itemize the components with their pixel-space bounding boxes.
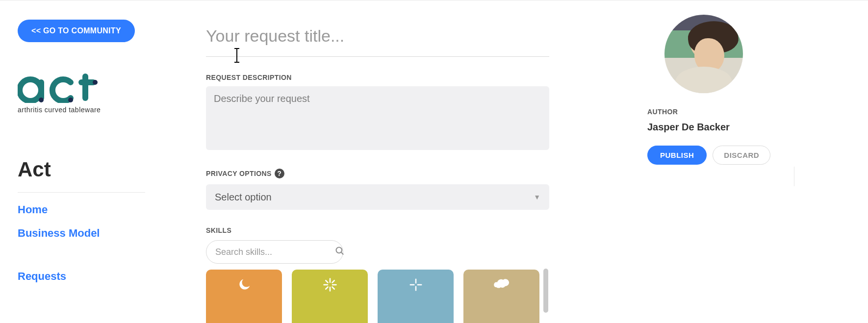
request-form: REQUEST DESCRIPTION PRIVACY OPTIONS ? Se… xyxy=(206,24,549,264)
sidebar: << GO TO COMMUNITY arthritis curved tabl… xyxy=(18,20,165,283)
svg-point-6 xyxy=(93,80,98,85)
privacy-label-row: PRIVACY OPTIONS ? xyxy=(206,169,549,178)
privacy-select[interactable]: Select option ▼ xyxy=(206,184,549,210)
author-avatar xyxy=(664,15,743,93)
sidebar-nav: Home Business Model Requests xyxy=(18,203,165,283)
request-description-input[interactable] xyxy=(206,86,549,150)
sparkle-icon xyxy=(323,277,337,296)
privacy-label: PRIVACY OPTIONS xyxy=(206,170,272,177)
act-logo-icon xyxy=(18,72,106,103)
svg-line-13 xyxy=(326,280,328,282)
skills-search[interactable] xyxy=(206,240,343,264)
tile-1[interactable] xyxy=(206,270,282,323)
burst-icon xyxy=(408,277,423,296)
nav-requests[interactable]: Requests xyxy=(18,270,165,283)
divider xyxy=(18,192,145,193)
svg-line-14 xyxy=(332,287,334,289)
privacy-select-placeholder: Select option xyxy=(215,192,272,203)
svg-point-0 xyxy=(20,79,41,101)
author-actions: PUBLISH DISCARD xyxy=(647,146,770,165)
description-label: REQUEST DESCRIPTION xyxy=(206,74,549,81)
blob-icon xyxy=(493,277,510,295)
author-name: Jasper De Backer xyxy=(647,122,730,133)
nav-business-model[interactable]: Business Model xyxy=(18,227,165,240)
chevron-down-icon: ▼ xyxy=(534,193,540,201)
page-title: Act xyxy=(18,158,165,181)
help-icon[interactable]: ? xyxy=(275,169,284,178)
author-panel: AUTHOR Jasper De Backer PUBLISH DISCARD xyxy=(647,15,760,165)
svg-point-2 xyxy=(39,98,44,102)
svg-point-3 xyxy=(68,98,73,102)
tile-4[interactable] xyxy=(463,270,539,323)
logo-tagline: arthritis curved tableware xyxy=(18,106,165,114)
svg-line-16 xyxy=(332,280,334,282)
skills-search-input[interactable] xyxy=(215,247,329,257)
nav-home[interactable]: Home xyxy=(18,203,165,216)
svg-rect-4 xyxy=(82,74,88,101)
request-title-input[interactable] xyxy=(206,24,549,57)
text-cursor-icon xyxy=(236,48,237,63)
tiles-scrollbar[interactable] xyxy=(543,269,548,313)
logo: arthritis curved tableware xyxy=(18,72,165,114)
go-to-community-button[interactable]: << GO TO COMMUNITY xyxy=(18,20,135,42)
skills-label: SKILLS xyxy=(206,226,549,234)
svg-line-8 xyxy=(341,252,343,254)
svg-line-15 xyxy=(326,287,328,289)
publish-button[interactable]: PUBLISH xyxy=(647,146,707,165)
tile-3[interactable] xyxy=(378,270,454,323)
divider xyxy=(794,167,794,186)
search-icon xyxy=(335,246,345,258)
category-tiles xyxy=(206,270,539,323)
discard-button[interactable]: DISCARD xyxy=(713,146,770,165)
author-label: AUTHOR xyxy=(647,108,678,116)
tile-2[interactable] xyxy=(292,270,368,323)
moon-icon xyxy=(237,277,252,296)
